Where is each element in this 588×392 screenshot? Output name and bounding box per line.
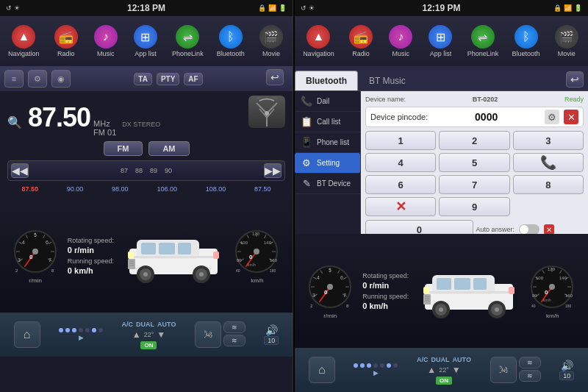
left-nav-icons: ▲ Navigation 📻 Radio ♪ Music ⊞ App list … [0,16,293,66]
navigation-icon-left: ▲ [12,25,35,49]
fan-down-button-left[interactable]: 🌬 [195,321,221,348]
pty-button[interactable]: PTY [157,73,179,85]
nav-phonelink-label-left: PhoneLink [172,50,204,57]
preset-1[interactable]: 87.50 [21,185,38,193]
ac-temp-down-right[interactable]: ▼ [452,365,461,375]
nav-music-left[interactable]: ♪ Music [90,23,122,60]
movie-icon-left: 🎬 [259,25,283,49]
dail-icon: 📞 [301,96,312,107]
num-0-button[interactable]: 0 [365,220,473,234]
nav-bluetooth-right[interactable]: ᛒ Bluetooth [509,23,543,60]
home-button-left[interactable]: ⌂ [14,321,40,348]
frequency-presets: 87.50 90.00 98.00 106.00 108.00 87.50 [7,184,285,194]
am-button[interactable]: AM [148,141,189,156]
num-8-button[interactable]: 8 [513,175,584,194]
svg-text:km/h: km/h [248,263,256,267]
running-speed-info: Running speed: 0 km/h [68,257,114,275]
speed-text-info-right: Rotating speed: 0 r/min Running speed: 0… [362,272,409,310]
svg-text:80: 80 [532,293,537,298]
speed-value-right: 0 km/h [362,302,388,310]
nav-phonelink-right[interactable]: ⇌ PhoneLink [465,23,502,60]
sidebar-setting[interactable]: ⚙ Setting [295,153,360,174]
settings-button[interactable]: ⚙ [28,70,47,88]
phonelink-icon-left: ⇌ [176,25,199,49]
sidebar-phonelist[interactable]: 📱 Phone list [295,132,360,153]
freq-next-button[interactable]: ▶▶ [264,163,282,178]
preset-5[interactable]: 108.00 [206,185,226,193]
svg-text:0: 0 [249,254,253,260]
device-name-value: BT-0202 [473,96,498,103]
volume-value-right: 10 [559,371,574,380]
pincode-clear-button[interactable]: ✕ [564,110,578,124]
num-7-button[interactable]: 7 [439,175,509,194]
num-5-button[interactable]: 5 [439,153,509,172]
preset-6[interactable]: 87.50 [254,185,271,193]
svg-text:120: 120 [252,232,260,236]
nav-radio-right[interactable]: 📻 Radio [345,23,377,60]
nav-phonelink-left[interactable]: ⇌ PhoneLink [169,23,207,60]
auto-answer-x[interactable]: ✕ [544,224,554,234]
radio-back-button[interactable]: ↩ [266,69,284,85]
preset-4[interactable]: 106.00 [157,185,177,193]
svg-rect-99 [423,294,431,304]
calllist-label: Call list [317,118,340,126]
applist-icon-right: ⊞ [429,25,452,49]
preset-3[interactable]: 98.00 [112,185,129,193]
right-dashboard: 3 4 5 6 7 2 8 0 r/min Rotat [295,234,588,348]
rpm-title-left: Rotating speed: [68,237,114,244]
ac-temp-up-left[interactable]: ▲ [132,329,141,340]
extra-button[interactable]: ◉ [51,70,71,88]
nav-radio-left[interactable]: 📻 Radio [50,23,82,60]
call-button[interactable]: 📞 [513,153,584,172]
rpm-gauge-svg-right: 3 4 5 6 7 2 8 0 [306,263,354,311]
speed-gauge-svg: 80 100 120 140 160 40 180 0 km/h [233,228,281,276]
pincode-gear-button[interactable]: ⚙ [545,110,559,124]
radio-icon-right: 📻 [349,25,373,49]
ac-temp-display-right: 22° [439,366,449,374]
num-6-button[interactable]: 6 [365,175,436,194]
nav-movie-right[interactable]: 🎬 Movie [551,23,583,60]
tab-bluetooth[interactable]: Bluetooth [295,71,358,90]
tab-bt-music[interactable]: BT Music [358,71,417,90]
device-ready-status: Ready [564,96,584,103]
dot-5 [85,328,90,332]
reject-button[interactable]: ✕ [365,197,436,216]
nav-applist-label-right: App list [430,50,452,57]
ac-temp-up-right[interactable]: ▲ [427,365,436,375]
bluetooth-back-button[interactable]: ↩ [566,71,584,88]
num-4-button[interactable]: 4 [365,153,436,172]
fan-down-button-right[interactable]: 🌬 [490,357,517,383]
car-image-left [122,227,225,285]
num-9-button[interactable]: 9 [439,197,509,216]
auto-answer-toggle[interactable] [519,224,539,234]
nav-navigation-left[interactable]: ▲ Navigation [5,23,43,60]
freq-prev-button[interactable]: ◀◀ [11,163,29,178]
fm-button[interactable]: FM [104,141,143,156]
preset-2[interactable]: 90.00 [67,185,84,193]
home-button-right[interactable]: ⌂ [309,357,335,383]
ta-button[interactable]: TA [134,73,152,85]
frequency-row: 🔍 87.50 MHz FM 01 DX STEREO [7,96,285,137]
sidebar-btdevice[interactable]: ✎ BT Device [295,174,360,194]
sidebar-calllist[interactable]: 📋 Call list [295,112,360,132]
music-icon-right: ♪ [389,25,412,49]
nav-music-right[interactable]: ♪ Music [384,23,417,60]
num-1-button[interactable]: 1 [365,131,436,150]
num-3-button[interactable]: 3 [513,131,584,150]
svg-rect-29 [159,243,175,254]
nav-navigation-right[interactable]: ▲ Navigation [300,23,337,60]
speed-gauge: 80 100 120 140 160 40 180 0 km/h km/h [233,228,281,284]
svg-point-121 [549,284,555,290]
nav-bluetooth-left[interactable]: ᛒ Bluetooth [214,23,248,60]
af-button[interactable]: AF [184,73,202,85]
sidebar-dail[interactable]: 📞 Dail [295,91,360,112]
svg-text:8: 8 [51,268,54,273]
nav-movie-left[interactable]: 🎬 Movie [255,23,287,60]
nav-applist-right[interactable]: ⊞ App list [424,23,456,60]
eq-button[interactable]: ≡ [4,70,24,88]
nav-applist-left[interactable]: ⊞ App list [129,23,162,60]
svg-rect-31 [129,256,218,258]
nav-navigation-label-right: Navigation [303,50,334,57]
ac-temp-down-left[interactable]: ▼ [157,329,165,340]
num-2-button[interactable]: 2 [439,131,509,150]
